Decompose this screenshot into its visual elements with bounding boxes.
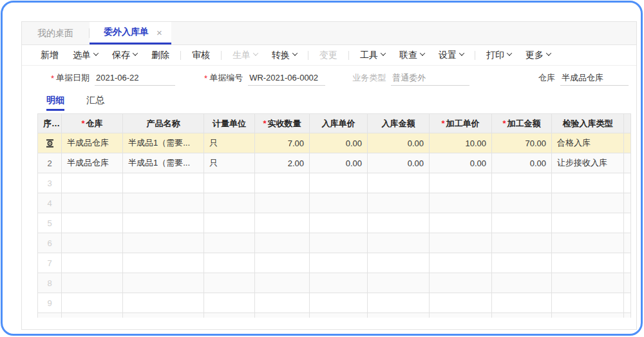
cell-seq: 6: [38, 233, 62, 253]
cell-warehouse: [62, 193, 123, 213]
document-form: *单据日期2021-06-22*单据编号WR-2021-06-0002业务类型普…: [22, 66, 636, 90]
toolbar-item-label: 审核: [192, 50, 210, 60]
toolbar-item-select-order[interactable]: 选单: [70, 48, 100, 63]
cell-product-name: [123, 253, 204, 273]
cell-received-qty: [255, 213, 310, 233]
cell-processing-amount: [492, 273, 552, 293]
cell-warehouse: [62, 233, 123, 253]
toolbar-item-audit[interactable]: 审核: [189, 48, 213, 63]
cell-processing-price: [430, 273, 492, 293]
cell-seq[interactable]: [38, 133, 62, 153]
cell-inspection-type: [552, 193, 624, 213]
cell-processing-price[interactable]: 0.00: [430, 153, 492, 173]
cell-product-name: [123, 273, 204, 293]
cell-product-name[interactable]: 半成品1（需要...: [123, 133, 204, 153]
cell-inbound-amount: [368, 293, 430, 313]
toolbar-item-linked-query[interactable]: 联查: [397, 48, 427, 63]
detail-tab-detail[interactable]: 明细: [46, 95, 64, 111]
cell-processing-price[interactable]: 10.00: [430, 133, 492, 153]
field-label-doc-date: 单据日期: [56, 72, 90, 84]
cell-seq[interactable]: 2: [38, 153, 62, 173]
empty-row: 5: [38, 213, 631, 233]
col-header-received-qty: *实收数量: [255, 114, 310, 133]
toolbar-item-convert[interactable]: 转换: [269, 48, 299, 63]
cell-sliver: [624, 213, 631, 233]
col-header-label: 产品名称: [147, 119, 180, 128]
toolbar-item-delete[interactable]: 删除: [149, 48, 172, 63]
field-input-doc-date[interactable]: 2021-06-22: [95, 70, 175, 86]
toolbar-item-print[interactable]: 打印: [484, 48, 514, 63]
toolbar-item-settings[interactable]: 设置: [436, 48, 466, 63]
cell-warehouse: [62, 253, 123, 273]
cell-warehouse[interactable]: 半成品仓库: [62, 133, 123, 153]
col-header-inbound-price: 入库单价: [310, 114, 368, 133]
cell-product-name[interactable]: 半成品1（需要...: [123, 153, 204, 173]
col-header-label: 入库金额: [382, 119, 415, 128]
toolbar-item-change: 变更: [317, 48, 340, 63]
toolbar-item-label: 工具: [360, 50, 378, 60]
field-input-warehouse[interactable]: 半成品仓库: [560, 70, 629, 86]
toolbar-item-tools[interactable]: 工具: [357, 48, 388, 63]
col-header-label: 加工金额: [507, 119, 541, 128]
partial-cell: [310, 313, 368, 318]
cell-inbound-price: [310, 193, 368, 213]
col-header-label: 序号: [43, 119, 60, 128]
close-icon[interactable]: ×: [156, 27, 162, 38]
chevron-down-icon: [507, 50, 512, 55]
cell-unit[interactable]: 只: [204, 133, 255, 153]
toolbar-item-label: 转换: [272, 50, 290, 60]
cell-warehouse: [62, 173, 123, 193]
cell-unit[interactable]: 只: [204, 153, 255, 173]
partial-cell: [38, 313, 62, 318]
col-header-label: 计量单位: [213, 119, 246, 128]
cell-sliver: [624, 193, 631, 213]
tab-my-desktop[interactable]: 我的桌面: [22, 22, 89, 44]
cell-inbound-price[interactable]: 0.00: [310, 133, 368, 153]
detail-tab-summary[interactable]: 汇总: [86, 95, 104, 111]
cell-processing-amount[interactable]: 0.00: [492, 153, 552, 173]
toolbar-item-save[interactable]: 保存: [109, 48, 140, 63]
tab-outsourcing-inbound-order[interactable]: 委外入库单 ×: [90, 22, 171, 44]
cell-processing-price: [430, 233, 492, 253]
col-header-label: 仓库: [86, 119, 103, 128]
cell-inbound-price: [310, 173, 368, 193]
col-header-label: 检验入库类型: [563, 119, 613, 128]
cell-processing-price: [430, 213, 492, 233]
cell-product-name: [123, 173, 204, 193]
tab-label: 我的桌面: [37, 28, 73, 39]
toolbar-separator: [308, 51, 308, 60]
field-input-doc-no[interactable]: WR-2021-06-0002: [248, 70, 325, 86]
cell-processing-price: [430, 253, 492, 273]
cell-seq: 5: [38, 213, 62, 233]
partial-cell: [123, 313, 204, 318]
partial-cell: [552, 313, 624, 318]
cell-processing-amount[interactable]: 70.00: [492, 133, 552, 153]
cell-processing-amount: [492, 213, 552, 233]
cell-processing-amount: [492, 233, 552, 253]
cell-unit: [204, 233, 255, 253]
cell-processing-price: [430, 173, 492, 193]
toolbar-item-more[interactable]: 更多: [523, 48, 553, 63]
cell-received-qty: [255, 253, 310, 273]
cell-inbound-price[interactable]: 0.00: [310, 153, 368, 173]
field-label-warehouse: 仓库: [538, 72, 555, 84]
cell-inbound-price: [310, 273, 368, 293]
cell-inbound-amount[interactable]: 0.00: [368, 133, 430, 153]
cell-sliver: [624, 233, 631, 253]
toolbar-item-new[interactable]: 新增: [38, 48, 61, 63]
cell-inspection-type[interactable]: 合格入库: [552, 133, 624, 153]
cell-received-qty: [255, 233, 310, 253]
cell-unit: [204, 173, 255, 193]
cell-inbound-amount[interactable]: 0.00: [368, 153, 430, 173]
cell-received-qty[interactable]: 7.00: [255, 133, 310, 153]
cell-unit: [204, 213, 255, 233]
col-header-product-name: 产品名称: [123, 114, 204, 133]
required-asterisk: *: [441, 119, 444, 128]
cell-warehouse[interactable]: 半成品仓库: [62, 153, 123, 173]
grid-body: 半成品仓库半成品1（需要...只7.000.000.0010.0070.00合格…: [38, 133, 631, 318]
toolbar-item-generate: 生单: [230, 48, 260, 63]
required-asterisk: *: [263, 119, 266, 128]
cell-received-qty[interactable]: 2.00: [255, 153, 310, 173]
cell-inspection-type[interactable]: 让步接收入库: [552, 153, 624, 173]
field-input-business-type: 普通委外: [391, 70, 469, 86]
